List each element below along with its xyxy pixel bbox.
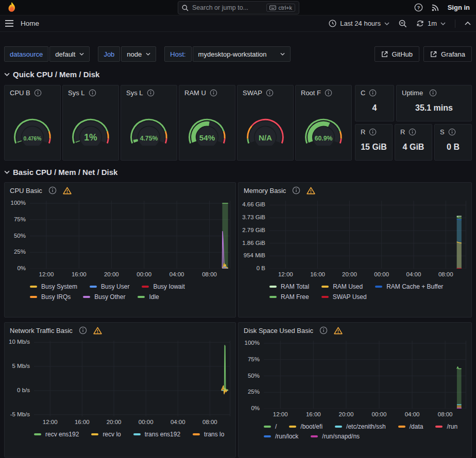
legend-item[interactable]: RAM Used: [321, 283, 363, 290]
info-icon[interactable]: [448, 128, 456, 136]
zoom-out-icon: [399, 20, 407, 28]
legend-swatch: [30, 286, 37, 288]
refresh-picker[interactable]: 1m: [416, 20, 446, 27]
legend-swatch: [142, 286, 149, 288]
memory-basic-panel: Memory Basic 4.66 GiB3.73 GiB2.79 GiB1.8…: [238, 182, 472, 318]
info-icon[interactable]: [89, 89, 96, 97]
legend-row: Busy IRQsBusy OtherIdle: [30, 293, 230, 301]
menu-toggle-button[interactable]: [5, 20, 13, 27]
info-icon[interactable]: [48, 186, 57, 195]
hamburger-icon: [5, 20, 13, 27]
legend-item[interactable]: Busy System: [30, 283, 77, 290]
panel-title[interactable]: S: [440, 128, 445, 136]
datasource-select[interactable]: default: [49, 46, 90, 62]
legend-item[interactable]: /: [264, 423, 277, 430]
legend-item[interactable]: Busy Iowait: [142, 283, 184, 290]
info-icon[interactable]: [369, 128, 377, 136]
legend-item[interactable]: recv lo: [91, 431, 121, 438]
section-header-basic[interactable]: Basic CPU / Mem / Net / Disk: [4, 168, 472, 177]
legend-item[interactable]: recv ens192: [34, 431, 79, 438]
plot-area[interactable]: [269, 201, 466, 269]
y-axis: 10 Mb/s5 Mb/s0 b/s-5 Mb/s: [6, 341, 34, 416]
x-axis: 12:0016:0020:0000:0004:0008:00: [264, 409, 466, 419]
github-link-button[interactable]: GitHub: [375, 46, 419, 62]
chart-canvas[interactable]: [34, 341, 230, 416]
warning-icon[interactable]: [63, 187, 72, 195]
chart-canvas[interactable]: [264, 341, 466, 409]
section-header-quick[interactable]: Quick CPU / Mem / Disk: [4, 70, 472, 79]
zoom-out-button[interactable]: [399, 20, 407, 28]
svg-text:4.75%: 4.75%: [140, 134, 158, 142]
legend-item[interactable]: Busy Other: [83, 293, 125, 301]
panel-title[interactable]: Memory Basic: [244, 187, 286, 195]
panel-title[interactable]: C: [361, 89, 365, 97]
panel-title[interactable]: Disk Space Used Basic: [244, 327, 313, 334]
info-icon[interactable]: [147, 89, 155, 97]
info-icon[interactable]: [292, 186, 300, 195]
plot-area[interactable]: [34, 341, 230, 416]
warning-icon[interactable]: [334, 327, 343, 334]
panel-title[interactable]: R: [361, 128, 365, 136]
panel-title[interactable]: Sys L: [68, 89, 85, 97]
legend-item[interactable]: trans ens192: [133, 431, 180, 438]
info-icon[interactable]: [266, 89, 274, 97]
legend-item[interactable]: RAM Total: [269, 283, 309, 290]
info-icon[interactable]: [369, 89, 377, 97]
plot-area[interactable]: [264, 341, 466, 409]
y-axis-tick: 0%: [251, 405, 260, 411]
legend-item[interactable]: SWAP Used: [321, 293, 367, 301]
info-icon[interactable]: [319, 326, 328, 334]
x-axis-tick: 12:00: [273, 411, 288, 417]
news-button[interactable]: [431, 4, 439, 12]
svg-text:N/A: N/A: [259, 133, 272, 142]
job-select[interactable]: node: [121, 46, 156, 62]
grafana-logo-icon[interactable]: [6, 2, 18, 14]
legend-item[interactable]: /etc/zenith/ssh: [335, 423, 386, 430]
panel-title[interactable]: CPU B: [10, 89, 30, 97]
host-select[interactable]: mydesktop-workstation: [193, 46, 291, 62]
panel-title[interactable]: CPU Basic: [10, 187, 42, 195]
info-icon[interactable]: [429, 89, 437, 97]
grafana-link-button[interactable]: Grafana: [423, 46, 472, 62]
search-input[interactable]: Search or jump to... ctrl+k: [178, 1, 299, 14]
info-icon[interactable]: [210, 89, 217, 97]
breadcrumb-home[interactable]: Home: [21, 20, 39, 27]
external-link-icon: [381, 51, 388, 58]
panel-title[interactable]: RAM U: [184, 89, 206, 97]
panel-title[interactable]: SWAP: [243, 89, 262, 97]
legend-item[interactable]: /run: [435, 423, 457, 430]
panel-title[interactable]: R: [400, 128, 405, 136]
legend-item[interactable]: Idle: [138, 293, 159, 301]
chart-canvas[interactable]: [30, 201, 230, 269]
panel-title[interactable]: Uptime: [402, 89, 423, 97]
info-icon[interactable]: [34, 89, 42, 97]
legend-item[interactable]: Busy IRQs: [30, 293, 71, 301]
legend-item[interactable]: Busy User: [90, 283, 129, 290]
chart-canvas[interactable]: [269, 201, 466, 269]
legend-item[interactable]: /boot/efi: [289, 423, 322, 430]
info-icon[interactable]: [409, 128, 416, 136]
legend-item[interactable]: /data: [398, 423, 423, 430]
panel-title[interactable]: Sys L: [126, 89, 143, 97]
legend-item[interactable]: /run/snapd/ns: [311, 433, 360, 440]
legend-item[interactable]: RAM Cache + Buffer: [375, 283, 443, 290]
warning-icon[interactable]: [93, 327, 102, 334]
time-range-picker[interactable]: Last 24 hours: [329, 20, 389, 27]
help-button[interactable]: ?: [414, 3, 423, 12]
collapse-topbar-button[interactable]: [465, 22, 471, 25]
legend-label: Busy System: [41, 283, 77, 290]
disk-space-used-basic-panel: Disk Space Used Basic 100%75%50%25%0% 12…: [238, 322, 472, 457]
plot-area[interactable]: [30, 201, 230, 269]
datasource-filter: datasource default: [4, 46, 90, 62]
panel-title[interactable]: Root F: [301, 89, 321, 97]
panel-title[interactable]: Network Traffic Basic: [10, 327, 73, 334]
info-icon[interactable]: [79, 326, 87, 334]
warning-icon[interactable]: [307, 187, 315, 195]
legend-item[interactable]: /run/lock: [264, 433, 298, 440]
info-icon[interactable]: [325, 89, 332, 97]
chevron-up-icon: [465, 22, 471, 25]
sign-in-button[interactable]: Sign in: [448, 4, 470, 11]
legend-item[interactable]: RAM Free: [269, 293, 309, 301]
x-axis-tick: 08:00: [202, 419, 217, 425]
legend-item[interactable]: trans lo: [193, 431, 224, 438]
